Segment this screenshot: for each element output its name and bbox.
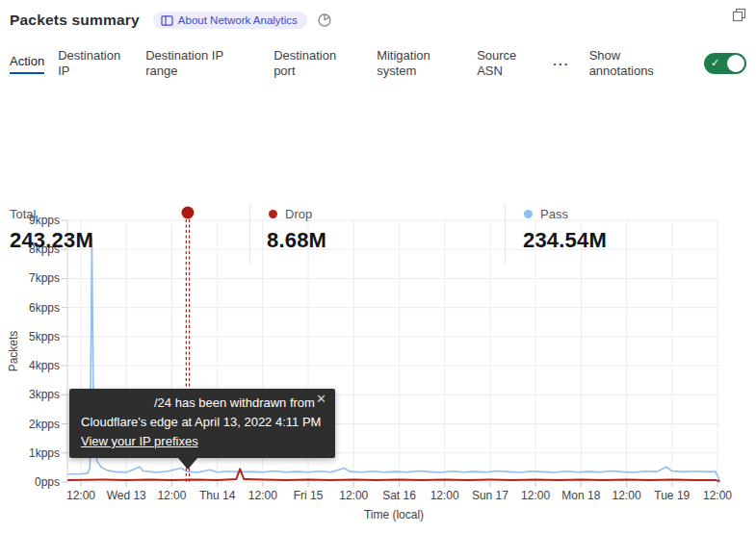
x-tick-label: Wed 13 [107, 489, 146, 502]
stat-drop-value: 8.68M [267, 228, 326, 253]
tab-mitigation-system[interactable]: Mitigation system [377, 48, 450, 79]
y-tick-label: 1kpps [29, 446, 60, 460]
tab-source-asn[interactable]: Source ASN [477, 48, 523, 79]
y-axis-title: Packets [7, 303, 20, 399]
tab-destination-port[interactable]: Destination port [274, 48, 351, 79]
x-tick-label: 12:00 [703, 489, 732, 502]
x-tick-label: 12:00 [157, 489, 186, 502]
x-tick-label: 12:00 [248, 489, 277, 502]
more-tabs-button[interactable]: ··· [551, 57, 572, 71]
x-tick-label: 12:00 [430, 489, 459, 502]
x-tick-label: Sat 16 [382, 489, 416, 502]
divider [505, 204, 506, 264]
x-tick-label: Tue 19 [654, 489, 690, 502]
annotation-tooltip: /24 has been withdrawn from Cloudflare's… [69, 389, 335, 458]
header: Packets summary About Network Analytics [10, 8, 746, 33]
drop-dot-icon [269, 210, 277, 218]
show-annotations-toggle[interactable]: ✓ [704, 53, 746, 74]
y-tick-label: 5kpps [29, 330, 60, 343]
tab-destination-ip-range[interactable]: Destination IP range [145, 48, 234, 79]
pie-chart-icon[interactable] [317, 13, 332, 28]
x-tick-label: 12:00 [521, 489, 550, 502]
stat-pass-value: 234.54M [523, 228, 607, 253]
x-tick-label: Thu 14 [199, 489, 236, 502]
tooltip-line1: /24 has been withdrawn from [81, 394, 324, 413]
y-tick-label: 2kpps [29, 418, 60, 431]
y-tick-label: 0pps [35, 475, 60, 489]
stat-total-label: Total [10, 207, 36, 221]
x-axis-title: Time (local) [67, 508, 720, 521]
y-tick-label: 3kpps [29, 388, 60, 401]
toggle-knob [727, 55, 744, 72]
x-tick-label: Sun 17 [472, 489, 508, 502]
stat-drop[interactable]: Drop [269, 207, 312, 221]
x-tick-label: Mon 18 [561, 489, 600, 502]
check-icon: ✓ [711, 57, 719, 69]
view-ip-prefixes-link[interactable]: View your IP prefixes [81, 432, 198, 451]
popout-icon[interactable] [732, 8, 746, 26]
tooltip-line2: Cloudflare's edge at April 13, 2022 4:11… [81, 413, 324, 432]
x-tick-label: Fri 15 [294, 489, 324, 502]
x-tick-label: 12:00 [66, 489, 95, 502]
y-tick-label: 7kpps [29, 271, 60, 285]
annotation-marker[interactable] [181, 207, 194, 219]
pass-dot-icon [524, 210, 533, 218]
y-tick-label: 6kpps [29, 301, 60, 315]
stat-drop-label: Drop [285, 207, 312, 221]
page-title: Packets summary [10, 12, 140, 29]
series-line-drop [67, 469, 719, 481]
tab-destination-ip[interactable]: Destination IP [58, 48, 125, 79]
book-icon [161, 15, 173, 26]
stat-pass-label: Pass [540, 207, 568, 221]
tooltip-pointer [178, 458, 197, 470]
about-network-analytics-badge[interactable]: About Network Analytics [153, 12, 307, 29]
stat-pass[interactable]: Pass [524, 207, 568, 221]
stat-total-value: 243.23M [10, 228, 93, 253]
badge-label: About Network Analytics [178, 14, 298, 26]
dimension-tabs: Action Destination IP Destination IP ran… [10, 42, 746, 85]
x-tick-label: 12:00 [339, 489, 368, 502]
stat-total: Total [10, 207, 36, 221]
summary-stats: Total 243.23M Drop 8.68M Pass 234.54M [0, 101, 756, 168]
show-annotations-label: Show annotations [589, 48, 668, 79]
y-tick-label: 4kpps [29, 359, 60, 372]
divider [249, 204, 250, 264]
x-tick-label: 12:00 [613, 489, 641, 502]
close-icon[interactable]: ✕ [316, 393, 326, 406]
tab-action[interactable]: Action [10, 54, 44, 74]
